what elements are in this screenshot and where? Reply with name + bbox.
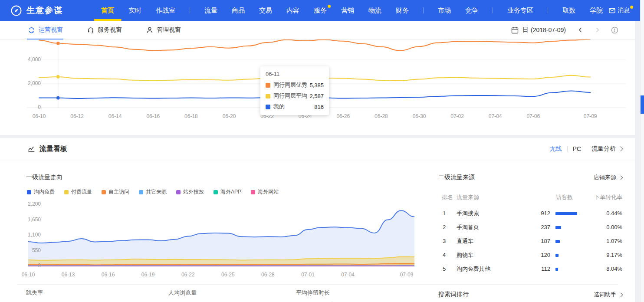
nav-item-academy[interactable]: 学院 [590,0,603,21]
tab-operations-view[interactable]: 运营视窗 [28,21,63,39]
conversion-value: 1.07% [606,234,622,248]
legend-item[interactable]: 站外投放 [176,188,204,196]
scrollbar[interactable] [640,0,644,302]
metric-value: 5.01 [168,300,197,302]
nav-item-realtime[interactable]: 实时 [128,0,141,21]
nav-item-business-zone[interactable]: 业务专区 [507,0,533,21]
nav-item-data-extract[interactable]: 取数 [562,0,575,21]
table-row[interactable]: 4购物车1209.17% [438,248,622,262]
rank-cell: 4 [443,248,446,262]
legend-color-swatch [139,190,143,194]
traffic-dashboard-card: 流量看板 无线 PC 流量分析 一级流量走向 淘内免费付费流量自主访问其它来源站… [0,138,635,302]
menu-divider [493,7,493,13]
metric-pages-per-visit: 人均浏览量 5.01 [168,289,197,302]
legend-color-swatch [176,190,181,194]
legend-item[interactable]: 付费流量 [64,188,92,196]
shop-sources-link[interactable]: 店铺来源 [594,174,622,181]
view-tabs: 运营视窗 服务视窗 管理视窗 [0,21,635,39]
link-label: 店铺来源 [594,174,616,181]
legend-label: 海外APP [220,188,241,196]
visitors-value: 120 [516,248,550,262]
legend-color-swatch [251,190,255,194]
nav-item-traffic[interactable]: 流量 [204,0,217,21]
nav-item-content[interactable]: 内容 [286,0,299,21]
visitors-bar [555,254,559,257]
page: 生意参谋 首页实时作战室流量商品交易内容服务营销物流财务市场竞争业务专区取数学院… [0,0,644,302]
table-row[interactable]: 1手淘搜索9120.44% [438,207,622,220]
series-color-swatch [266,83,270,88]
notification-dot [630,6,633,9]
legend-label: 自主访问 [108,188,129,196]
brand-logo-icon [10,5,22,16]
source-name: 直通车 [457,234,473,248]
series-value: 2,587 [309,93,324,99]
nav-item-service[interactable]: 服务 [314,0,327,21]
rank-cell: 3 [443,234,446,248]
menu-divider [548,7,548,13]
rank-cell: 5 [443,262,446,276]
next-date-button[interactable] [595,26,601,33]
column-source: 流量来源 [457,194,479,201]
legend-color-swatch [64,190,69,194]
table-row[interactable]: 2手淘首页2370.00% [438,220,622,234]
primary-traffic-chart[interactable] [0,199,427,277]
tab-label: 运营视窗 [39,26,63,34]
nav-item-war-room[interactable]: 作战室 [156,0,175,21]
tab-label: 管理视窗 [157,26,181,34]
chevron-right-icon [619,175,623,180]
column-visitors: 访客数 [538,194,573,201]
legend-item[interactable]: 海外APP [214,188,241,196]
legend-color-swatch [102,190,106,194]
section-title: 流量看板 [39,144,67,154]
metric-value: 59.72% [26,300,64,302]
nav-item-product[interactable]: 商品 [232,0,245,21]
nav-item-trade[interactable]: 交易 [259,0,272,21]
nav-item-marketing[interactable]: 营销 [341,0,354,21]
refresh-icon [28,26,35,34]
messages-button[interactable]: 消息 [609,0,633,21]
prev-date-button[interactable] [577,26,583,33]
scrollbar-thumb[interactable] [641,95,644,114]
legend-item[interactable]: 海外网站 [251,188,279,196]
legend-label: 其它来源 [146,188,167,196]
visitors-bar [555,240,560,243]
date-value[interactable]: (2018-07-09) [531,26,566,33]
legend-item[interactable]: 淘内免费 [27,188,55,196]
column-rank: 排名 [442,194,453,201]
menu-divider [190,7,190,13]
nav-item-market[interactable]: 市场 [438,0,451,21]
legend-label: 淘内免费 [34,188,55,196]
info-icon[interactable] [611,26,618,34]
tab-label: 服务视窗 [98,26,122,34]
link-label: 选词助手 [594,291,616,299]
legend-label: 站外投放 [183,188,204,196]
traffic-source-table: 1手淘搜索9120.44%2手淘首页2370.00%3直通车1871.07%4购… [438,207,622,276]
nav-item-competition[interactable]: 竞争 [465,0,478,21]
table-row[interactable]: 5淘内免费其他1128.04% [438,262,622,276]
series-label: 同行同层平均 [273,92,307,100]
series-label: 同行同层优秀 [273,81,307,89]
column-conversion: 下单转化率 [594,194,622,201]
date-granularity[interactable]: 日 [522,26,529,34]
legend-item[interactable]: 其它来源 [139,188,167,196]
table-row[interactable]: 3直通车1871.07% [438,234,622,248]
source-name: 淘内免费其他 [457,262,490,276]
nav-item-finance[interactable]: 财务 [396,0,409,21]
visitors-value: 237 [516,220,550,234]
legend-item[interactable]: 自主访问 [102,188,129,196]
nav-item-logistics[interactable]: 物流 [368,0,381,21]
nav-item-home[interactable]: 首页 [101,0,114,21]
brand[interactable]: 生意参谋 [10,5,63,16]
calendar-icon[interactable] [511,26,519,34]
visitors-bar [555,212,577,215]
tab-management-view[interactable]: 管理视窗 [146,21,181,39]
tooltip-row: 同行同层优秀5,385 [266,81,324,89]
word-helper-link[interactable]: 选词助手 [594,291,622,299]
industry-trend-chart[interactable]: 4,0002,0000 06-1006-1206-1406-1606-1806-… [0,39,635,135]
top-nav: 生意参谋 首页实时作战室流量商品交易内容服务营销物流财务市场竞争业务专区取数学院… [0,0,644,21]
visitors-value: 187 [516,234,550,248]
legend-label: 海外网站 [258,188,279,196]
tab-service-view[interactable]: 服务视窗 [87,21,122,39]
messages-label: 消息 [618,7,630,14]
person-icon [146,26,153,33]
